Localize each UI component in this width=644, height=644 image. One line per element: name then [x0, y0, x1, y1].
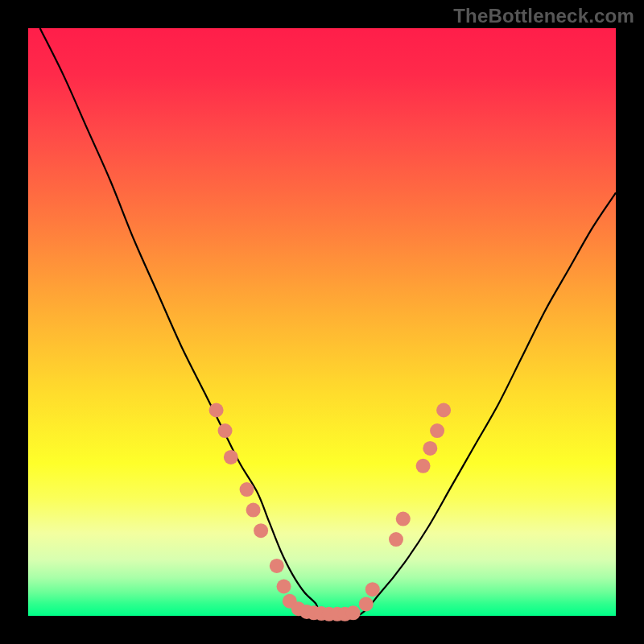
curve-marker	[423, 441, 437, 456]
curve-marker	[365, 582, 380, 597]
curve-marker	[218, 423, 233, 438]
curve-marker	[430, 423, 444, 438]
curve-marker	[254, 523, 268, 538]
curve-marker	[277, 580, 291, 594]
curve-marker	[346, 605, 361, 620]
curve-marker	[209, 403, 224, 418]
curve-marker	[246, 503, 261, 518]
curve-marker	[240, 482, 254, 497]
curve-marker	[436, 403, 451, 418]
watermark-text: TheBottleneck.com	[453, 5, 634, 27]
curve-marker	[359, 597, 374, 611]
curve-marker	[224, 450, 238, 464]
curve-markers	[209, 403, 452, 621]
curve-marker	[416, 459, 431, 473]
curve-marker	[396, 512, 411, 526]
chart-plot-area	[28, 28, 616, 616]
bottleneck-curve	[40, 28, 616, 618]
curve-marker	[270, 559, 284, 573]
chart-svg	[28, 28, 616, 616]
curve-marker	[389, 532, 403, 547]
